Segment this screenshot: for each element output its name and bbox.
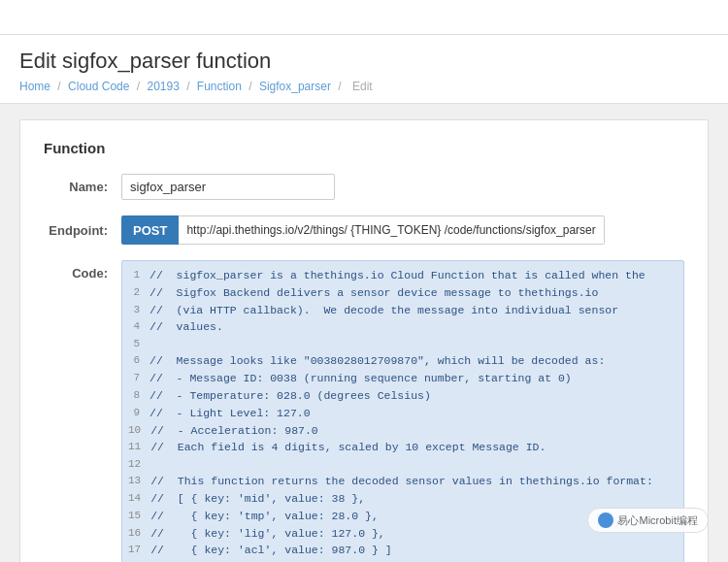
line-number: 11 [122,439,150,455]
function-card: Function Name: Endpoint: POST http://api… [19,119,709,562]
line-number: 7 [122,370,149,386]
code-line: 9// - Light Level: 127.0 [122,405,683,422]
watermark-text: 易心Microbit编程 [617,513,698,528]
main-content: Function Name: Endpoint: POST http://api… [0,104,728,562]
line-number: 10 [122,422,150,439]
line-number: 12 [122,456,150,473]
post-button[interactable]: POST [121,215,179,245]
code-line: 11// Each field is 4 digits, scaled by 1… [122,439,683,456]
endpoint-url: http://api.thethings.io/v2/things/ {THIN… [179,215,604,245]
code-line: 6// Message looks like "0038028012709870… [122,352,683,370]
code-line: 3// (via HTTP callback). We decode the m… [122,302,683,319]
breadcrumb-home[interactable]: Home [19,80,50,93]
code-line: 10// - Acceleration: 987.0 [122,422,683,440]
code-line: 13// This function returns the decoded s… [122,473,683,490]
code-line: 5 [122,336,683,352]
line-number: 14 [122,490,150,507]
line-number: 6 [122,352,149,369]
line-number: 3 [122,302,149,318]
page-title: Edit sigfox_parser function [19,49,709,74]
code-line: 12 [122,456,683,473]
code-line: 17// { key: 'acl', value: 987.0 } ] [122,542,683,559]
code-line: 8// - Temperature: 028.0 (degrees Celsiu… [122,387,683,405]
code-line: 2// Sigfox Backend delivers a sensor dev… [122,284,683,302]
line-number: 8 [122,387,149,404]
line-code: // values. [149,318,223,336]
line-code: // (via HTTP callback). We decode the me… [149,302,618,319]
code-line: 14// [ { key: 'mid', value: 38 }, [122,490,683,508]
line-code: // Message looks like "0038028012709870"… [149,352,605,370]
line-code: // - Message ID: 0038 (running sequence … [149,370,572,387]
code-line: 4// values. [122,318,683,336]
card-title: Function [44,140,684,156]
code-line: 1// sigfox_parser is a thethings.io Clou… [122,267,683,284]
code-label: Code: [44,260,121,281]
endpoint-row: Endpoint: POST http://api.thethings.io/v… [44,215,684,245]
line-code: // [ { key: 'mid', value: 38 }, [150,490,365,508]
name-row: Name: [44,174,684,200]
breadcrumb: Home / Cloud Code / 20193 / Function / S… [19,80,709,93]
line-code: // This function returns the decoded sen… [150,473,653,490]
watermark: 易心Microbit编程 [587,508,709,533]
line-code: // Sigfox Backend delivers a sensor devi… [149,284,598,302]
breadcrumb-sigfox-parser[interactable]: Sigfox_parser [259,80,331,93]
line-number: 13 [122,473,150,489]
line-number: 9 [122,405,149,421]
line-code: // sigfox_parser is a thethings.io Cloud… [149,267,645,284]
endpoint-label: Endpoint: [44,223,121,238]
breadcrumb-function[interactable]: Function [197,80,242,93]
line-code: // { key: 'acl', value: 987.0 } ] [150,542,391,559]
line-code: // - Light Level: 127.0 [149,405,311,422]
page-header: Edit sigfox_parser function Home / Cloud… [0,35,728,104]
line-code: // - Temperature: 028.0 (degrees Celsius… [149,387,431,405]
line-number: 1 [122,267,149,283]
breadcrumb-20193[interactable]: 20193 [147,80,179,93]
line-code: // { key: 'tmp', value: 28.0 }, [150,508,379,525]
line-number: 2 [122,284,149,301]
name-label: Name: [44,180,121,194]
watermark-icon [598,512,613,528]
line-number: 5 [122,336,149,352]
line-number: 17 [122,542,150,558]
line-number: 16 [122,525,150,542]
line-code: // Each field is 4 digits, scaled by 10 … [150,439,546,456]
line-number: 4 [122,318,149,335]
line-code: // - Acceleration: 987.0 [150,422,318,440]
line-number: 15 [122,508,150,524]
code-line: 7// - Message ID: 0038 (running sequence… [122,370,683,387]
line-code: // { key: 'lig', value: 127.0 }, [150,525,385,543]
breadcrumb-edit: Edit [352,80,373,93]
top-bar [0,0,728,35]
name-input[interactable] [121,174,335,200]
breadcrumb-cloudcode[interactable]: Cloud Code [68,80,129,93]
endpoint-control: POST http://api.thethings.io/v2/things/ … [121,215,605,245]
